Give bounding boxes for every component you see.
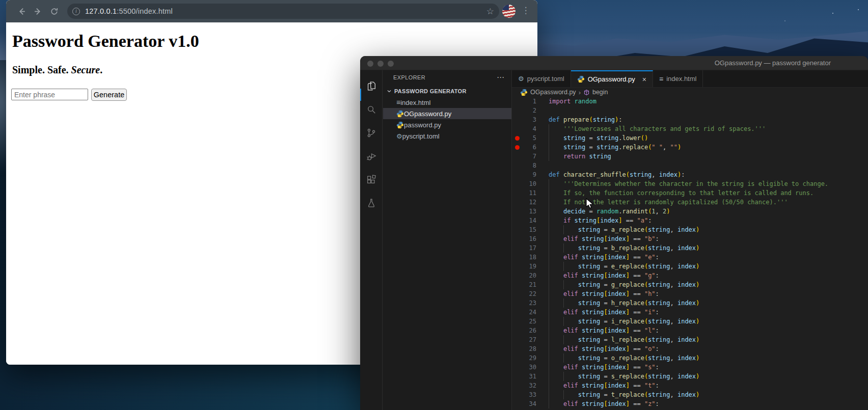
breadcrumb[interactable]: OGpassword.py › begin (512, 88, 868, 97)
gutter[interactable] (512, 170, 523, 179)
gutter[interactable] (512, 399, 523, 408)
code-line-23[interactable]: 23 string = h_replace(string, index) (512, 298, 868, 308)
gutter[interactable] (512, 161, 523, 170)
gutter[interactable] (512, 372, 523, 381)
code-line-15[interactable]: 15 string = a_replace(string, index) (512, 225, 868, 234)
gutter[interactable] (512, 234, 523, 243)
profile-avatar[interactable] (502, 5, 516, 18)
code-line-21[interactable]: 21 string = g_replace(string, index) (512, 280, 868, 289)
gutter[interactable] (512, 289, 523, 298)
gutter[interactable] (512, 298, 523, 308)
folder-password-generator[interactable]: PASSWORD GENERATOR (383, 86, 511, 97)
code-line-24[interactable]: 24 elif string[index] == "i": (512, 308, 868, 317)
gutter[interactable] (512, 253, 523, 262)
gutter[interactable] (512, 363, 523, 372)
file-item-password.py[interactable]: password.py (383, 119, 511, 130)
gutter[interactable] (512, 179, 523, 188)
gutter[interactable] (512, 280, 523, 289)
breadcrumb-file[interactable]: OGpassword.py (530, 89, 576, 96)
back-button[interactable] (13, 3, 30, 19)
source-control-icon[interactable] (360, 121, 383, 145)
forward-button[interactable] (30, 3, 46, 19)
code-line-1[interactable]: 1import random (512, 97, 868, 106)
code-line-3[interactable]: 3def prepare(string): (512, 115, 868, 124)
code-line-14[interactable]: 14 if string[index] == "a": (512, 216, 868, 225)
gutter[interactable] (512, 344, 523, 353)
testing-icon[interactable] (360, 192, 383, 215)
gutter[interactable] (512, 188, 523, 198)
code-line-4[interactable]: 4 '''Lowercases all characters and gets … (512, 124, 868, 133)
tab-pyscript.toml[interactable]: ⚙pyscript.toml (512, 70, 571, 87)
breakpoint-icon[interactable] (512, 143, 523, 152)
code-line-5[interactable]: 5 string = string.lower() (512, 133, 868, 143)
minimize-traffic-light[interactable] (377, 61, 384, 67)
gutter[interactable] (512, 390, 523, 399)
browser-menu-icon[interactable]: ⋮ (520, 5, 532, 16)
more-actions-icon[interactable]: ⋯ (497, 73, 504, 82)
gutter[interactable] (512, 317, 523, 326)
code-line-9[interactable]: 9def character_shuffle(string, index): (512, 170, 868, 179)
code-line-2[interactable]: 2 (512, 106, 868, 115)
gutter[interactable] (512, 225, 523, 234)
gutter[interactable] (512, 308, 523, 317)
code-line-28[interactable]: 28 elif string[index] == "o": (512, 344, 868, 353)
file-item-index.html[interactable]: ≡index.html (383, 97, 511, 108)
code-line-7[interactable]: 7 return string (512, 152, 868, 161)
site-info-icon[interactable]: i (72, 8, 80, 15)
code-line-31[interactable]: 31 string = s_replace(string, index) (512, 372, 868, 381)
vscode-titlebar[interactable]: OGpassword.py — password generator (360, 56, 868, 70)
code-line-25[interactable]: 25 string = i_replace(string, index) (512, 317, 868, 326)
gutter[interactable] (512, 207, 523, 216)
code-line-16[interactable]: 16 elif string[index] == "b": (512, 234, 868, 243)
code-line-11[interactable]: 11 If so, the function corresponding to … (512, 188, 868, 198)
code-line-19[interactable]: 19 string = e_replace(string, index) (512, 262, 868, 271)
close-traffic-light[interactable] (367, 61, 373, 67)
gutter[interactable] (512, 353, 523, 363)
tab-OGpassword.py[interactable]: OGpassword.py× (571, 70, 653, 87)
code-editor[interactable]: 1import random23def prepare(string):4 ''… (512, 97, 868, 410)
search-icon[interactable] (360, 98, 383, 121)
code-line-10[interactable]: 10 '''Determines whether the character i… (512, 179, 868, 188)
gutter[interactable] (512, 326, 523, 335)
code-line-33[interactable]: 33 string = t_replace(string, index) (512, 390, 868, 399)
phrase-input[interactable] (11, 89, 88, 100)
gutter[interactable] (512, 124, 523, 133)
code-line-18[interactable]: 18 elif string[index] == "e": (512, 253, 868, 262)
generate-button[interactable]: Generate (91, 89, 127, 101)
code-line-34[interactable]: 34 elif string[index] == "z": (512, 399, 868, 408)
gutter[interactable] (512, 271, 523, 280)
run-debug-icon[interactable] (360, 145, 383, 168)
reload-button[interactable] (46, 3, 62, 19)
gutter[interactable] (512, 152, 523, 161)
code-line-22[interactable]: 22 elif string[index] == "h": (512, 289, 868, 298)
code-line-8[interactable]: 8 (512, 161, 868, 170)
breadcrumb-symbol[interactable]: begin (592, 89, 608, 96)
gutter[interactable] (512, 115, 523, 124)
code-line-30[interactable]: 30 elif string[index] == "s": (512, 363, 868, 372)
gutter[interactable] (512, 97, 523, 106)
gutter[interactable] (512, 216, 523, 225)
code-line-12[interactable]: 12 If not, the letter is randomly capita… (512, 198, 868, 207)
explorer-icon[interactable] (360, 74, 383, 98)
code-line-27[interactable]: 27 string = l_replace(string, index) (512, 335, 868, 344)
gutter[interactable] (512, 335, 523, 344)
close-tab-icon[interactable]: × (642, 75, 646, 84)
breakpoint-icon[interactable] (512, 133, 523, 143)
file-item-pyscript.toml[interactable]: ⚙pyscript.toml (383, 130, 511, 142)
gutter[interactable] (512, 262, 523, 271)
gutter[interactable] (512, 198, 523, 207)
code-line-32[interactable]: 32 elif string[index] == "t": (512, 381, 868, 390)
code-line-6[interactable]: 6 string = string.replace(" ", "") (512, 143, 868, 152)
code-line-13[interactable]: 13 decide = random.randint(1, 2) (512, 207, 868, 216)
url-bar[interactable]: i 127.0.0.1:5500/index.html ☆ (67, 4, 499, 19)
gutter[interactable] (512, 106, 523, 115)
tab-index.html[interactable]: ≡index.html (653, 70, 703, 87)
file-item-OGpassword.py[interactable]: OGpassword.py (383, 108, 511, 119)
bookmark-star-icon[interactable]: ☆ (486, 6, 494, 17)
code-line-17[interactable]: 17 string = b_replace(string, index) (512, 243, 868, 253)
gutter[interactable] (512, 381, 523, 390)
extensions-icon[interactable] (360, 168, 383, 192)
gutter[interactable] (512, 243, 523, 253)
zoom-traffic-light[interactable] (388, 61, 394, 67)
code-line-29[interactable]: 29 string = o_replace(string, index) (512, 353, 868, 363)
